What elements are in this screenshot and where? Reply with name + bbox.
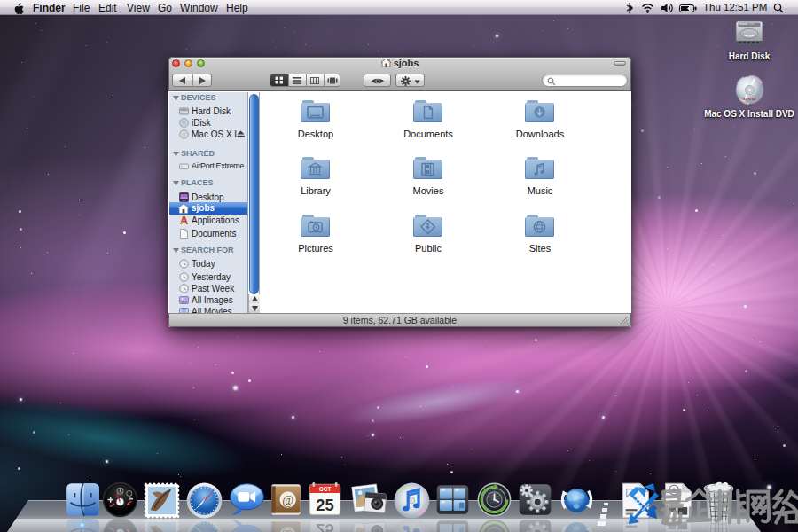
svg-text:@: @ bbox=[282, 494, 293, 507]
svg-text:25: 25 bbox=[316, 520, 333, 532]
svg-text:@: @ bbox=[282, 528, 293, 532]
svg-text:25: 25 bbox=[316, 496, 333, 514]
svg-text:OCT: OCT bbox=[319, 486, 332, 492]
svg-text:DVD: DVD bbox=[743, 97, 755, 101]
